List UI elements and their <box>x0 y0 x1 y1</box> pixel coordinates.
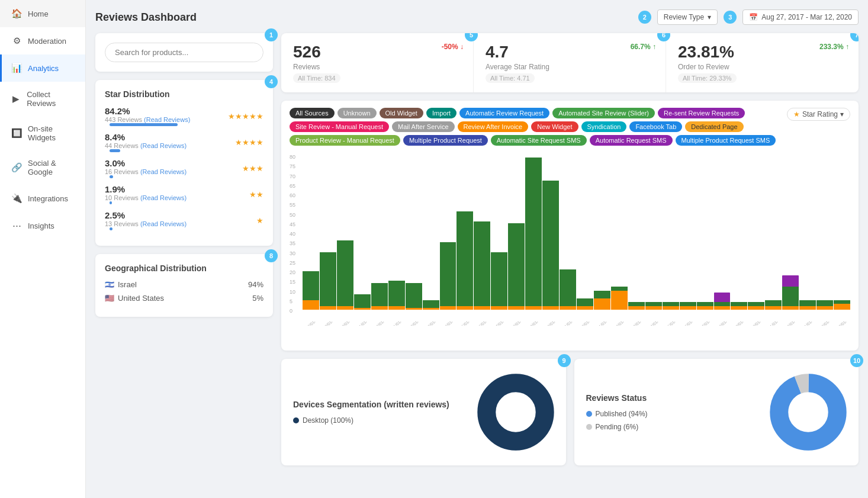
tag-site-manual[interactable]: Site Review - Manual Request <box>290 121 389 132</box>
tag-review-invoice[interactable]: Review After Invoice <box>458 121 529 132</box>
read-reviews-4-link[interactable]: (Read Reviews) <box>140 142 187 149</box>
bar-group-23 <box>697 154 713 310</box>
read-reviews-3-link[interactable]: (Read Reviews) <box>140 168 187 175</box>
tag-resent[interactable]: Re-sent Review Requests <box>658 108 745 118</box>
star-rating-filter[interactable]: ★ Star Rating ▾ <box>787 108 850 121</box>
tag-auto-site-review[interactable]: Automated Site Review (Slider) <box>552 108 655 118</box>
sidebar-item-analytics[interactable]: 📊 Analytics <box>0 54 85 82</box>
x-label-18: 02/01/19 <box>613 322 628 326</box>
tag-import[interactable]: Import <box>426 108 456 118</box>
step-badge-9: 9 <box>558 354 571 367</box>
x-label-27: 11/01/19 <box>767 322 782 326</box>
y-70: 70 <box>290 174 300 179</box>
tag-mail-service[interactable]: Mail After Service <box>392 121 455 132</box>
bar-orange-23 <box>697 306 713 310</box>
bar-green-27 <box>765 300 782 306</box>
tag-product-manual[interactable]: Product Review - Manual Request <box>290 135 400 146</box>
bar-orange-24 <box>714 306 731 310</box>
bar-group-26 <box>748 154 764 310</box>
sidebar-item-moderation[interactable]: ⚙ Moderation <box>0 27 85 54</box>
bar-orange-22 <box>680 306 696 310</box>
order-review-change: 233.3% ↑ <box>819 43 849 51</box>
right-panel: 5 526 Reviews All Time: 834 -50% ↓ 6 4.7… <box>281 33 859 465</box>
reviews-value: 526 <box>293 43 461 62</box>
star-1-pct: 2.5% <box>105 210 134 220</box>
y-55: 55 <box>290 202 300 208</box>
bar-group-0 <box>303 154 319 310</box>
bar-orange-13 <box>525 306 542 310</box>
tag-all-sources[interactable]: All Sources <box>290 108 335 118</box>
tag-multi-product[interactable]: Multiple Product Request <box>403 135 488 146</box>
geo-title: Geographical Distribution <box>105 264 263 273</box>
geo-card: 8 Geographical Distribution 🇮🇱 Israel 94… <box>95 254 273 317</box>
x-label-9: 05/01/18 <box>459 322 474 326</box>
bar-group-18 <box>611 154 628 310</box>
y-65: 65 <box>290 183 300 189</box>
dashboard-grid: 1 4 Star Distribution 84.2% 443 Reviews … <box>95 33 859 465</box>
sidebar-item-social[interactable]: 🔗 Social & Google <box>0 150 85 185</box>
read-reviews-2-link[interactable]: (Read Reviews) <box>140 194 187 201</box>
star-2-info: 10 Reviews (Read Reviews) <box>105 194 187 201</box>
stat-avg-star: 6 4.7 Average Star Rating All Time: 4.71… <box>474 33 666 92</box>
sidebar-item-label: Analytics <box>28 64 59 73</box>
tag-auto-site-sms[interactable]: Automatic Site Request SMS <box>491 135 587 146</box>
sidebar-item-home[interactable]: 🏠 Home <box>0 0 85 27</box>
bar-green-29 <box>799 300 816 306</box>
date-range-picker[interactable]: 📅 Aug 27, 2017 - Mar 12, 2020 <box>742 9 859 25</box>
x-labels: 08/01/1709/01/1710/01/1711/01/1712/01/17… <box>303 322 850 326</box>
page-title: Reviews Dashboard <box>95 11 638 24</box>
calendar-icon: 📅 <box>749 13 758 21</box>
star-3-info: 16 Reviews (Read Reviews) <box>105 168 187 175</box>
devices-donut-svg <box>477 374 554 451</box>
tag-unknown[interactable]: Unknown <box>337 108 377 118</box>
star-2-stars: ★★ <box>249 190 263 199</box>
insights-icon: ⋯ <box>11 220 22 231</box>
bar-orange-4 <box>371 306 388 310</box>
step-badge-10: 10 <box>850 354 863 367</box>
order-review-label: Order to Review <box>678 63 847 71</box>
bar-green-30 <box>816 300 833 306</box>
bar-orange-2 <box>337 306 353 310</box>
review-type-label: Review Type <box>664 13 704 21</box>
x-label-23: 07/01/19 <box>699 322 714 326</box>
reviews-status-title: Reviews Status <box>586 393 758 403</box>
stat-order-review: 7 23.81% Order to Review All Time: 29.33… <box>666 33 859 92</box>
sidebar-item-integrations[interactable]: 🔌 Integrations <box>0 185 85 212</box>
collect-icon: ▶ <box>11 94 21 104</box>
bar-group-22 <box>680 154 696 310</box>
x-label-22: 06/01/19 <box>682 322 697 326</box>
tag-new-widget[interactable]: New Widget <box>531 121 578 132</box>
pending-dot <box>586 424 592 430</box>
star-3-bar <box>110 175 113 178</box>
step-badge-7: 7 <box>850 33 859 41</box>
read-reviews-5-link[interactable]: (Read Reviews) <box>144 116 190 123</box>
tag-syndication[interactable]: Syndication <box>581 121 627 132</box>
sidebar-item-label: Integrations <box>28 194 68 203</box>
devices-title: Devices Segmentation (written reviews) <box>293 400 465 409</box>
x-label-16: 12/01/18 <box>579 322 594 326</box>
tag-auto-sms[interactable]: Automatic Request SMS <box>590 135 673 146</box>
search-input[interactable] <box>105 43 263 62</box>
bar-group-19 <box>628 154 645 310</box>
review-type-select[interactable]: Review Type ▾ <box>657 9 718 25</box>
bar-orange-21 <box>663 306 679 310</box>
bar-green-14 <box>542 181 559 306</box>
israel-flag: 🇮🇱 <box>105 280 114 289</box>
star-3-pct: 3.0% <box>105 158 134 168</box>
tag-facebook[interactable]: Facebook Tab <box>629 121 682 132</box>
tag-dedicated[interactable]: Dedicated Page <box>685 121 743 132</box>
x-label-15: 11/01/18 <box>562 322 577 326</box>
bar-green-3 <box>354 294 371 308</box>
sidebar-item-insights[interactable]: ⋯ Insights <box>0 212 85 239</box>
integrations-icon: 🔌 <box>11 193 22 204</box>
star-row-2: 1.9% 10 Reviews (Read Reviews) ★★ <box>105 184 263 204</box>
sidebar-item-widgets[interactable]: 🔲 On-site Widgets <box>0 116 85 150</box>
tag-old-widget[interactable]: Old Widget <box>380 108 423 118</box>
read-reviews-1-link[interactable]: (Read Reviews) <box>140 220 187 227</box>
x-label-24: 08/01/19 <box>716 322 731 326</box>
tag-auto-review[interactable]: Automatic Review Request <box>459 108 549 118</box>
tag-multi-product-sms[interactable]: Multiple Product Request SMS <box>676 135 776 146</box>
step-badge-4: 4 <box>265 75 278 88</box>
sidebar-item-collect-reviews[interactable]: ▶ Collect Reviews <box>0 82 85 116</box>
moderation-icon: ⚙ <box>11 36 22 46</box>
